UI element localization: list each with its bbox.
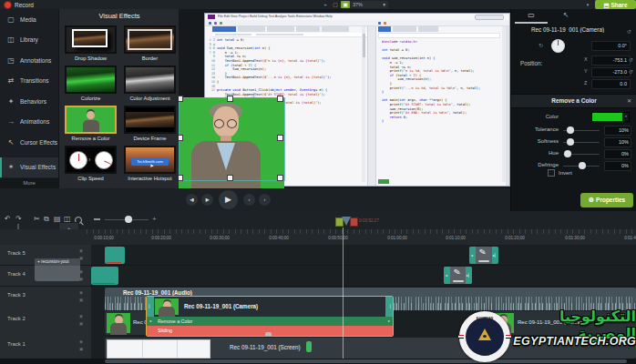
sidebar-item-label: Visual Effects: [20, 164, 56, 170]
track-lane-track-5[interactable]: [91, 245, 636, 266]
play-button[interactable]: ▶: [219, 190, 238, 209]
lock-toggle-icon[interactable]: ▣: [79, 321, 85, 326]
reset-all-icon[interactable]: ↺: [627, 28, 631, 35]
select-tool-icon[interactable]: ▢: [331, 1, 340, 8]
position-x-field[interactable]: -753.1: [591, 56, 631, 66]
effect-clip-speed[interactable]: ›Clip Speed: [65, 146, 117, 181]
sidebar-item-more[interactable]: More: [0, 178, 58, 188]
close-icon[interactable]: ✕: [627, 97, 631, 104]
sidebar-item-cursor-effects[interactable]: ↖Cursor Effects: [0, 132, 58, 153]
vs-breadcrumb-right: [378, 33, 500, 38]
resize-handle[interactable]: [227, 175, 233, 181]
step-forward-button[interactable]: ▮▸: [201, 194, 213, 206]
eye-toggle-icon[interactable]: ◉: [79, 290, 85, 295]
copy-icon[interactable]: ⧉: [44, 215, 49, 224]
resize-handle[interactable]: [179, 135, 183, 141]
clip-track5-annotation[interactable]: ▸✎▸▏: [469, 247, 498, 264]
effect-border[interactable]: Border: [124, 25, 176, 61]
next-clip-button[interactable]: ›: [259, 194, 271, 206]
clip-camera-left[interactable]: Rec 09-: [105, 311, 147, 335]
eye-toggle-icon[interactable]: ◉: [79, 339, 85, 344]
track-lane-track-4[interactable]: [91, 266, 636, 287]
resize-handle[interactable]: [277, 175, 283, 181]
cut-icon[interactable]: ✂: [34, 215, 40, 223]
behavior-handle[interactable]: [265, 332, 272, 336]
sidebar-item-animations[interactable]: →Animations: [0, 112, 58, 133]
share-button[interactable]: ⬒ Share: [595, 0, 636, 9]
player-bar: ◂▮ ▮▸ ▶ ‹ › 00:52 / 02:53 30fps: [0, 188, 510, 211]
trim-handle-left[interactable]: ▏: [147, 297, 154, 317]
timeline-ruler[interactable]: 0:00:10;000:00:20;000:00:30;000:00:40;00…: [0, 229, 636, 246]
lock-toggle-icon[interactable]: ▣: [79, 347, 85, 351]
step-back-button[interactable]: ◂▮: [186, 194, 198, 206]
clip-track4-annotation[interactable]: ▸✎▸▏: [444, 267, 472, 284]
undo-icon[interactable]: ↶: [5, 215, 11, 223]
slider-value[interactable]: 10%: [604, 126, 631, 136]
sidebar-item-media[interactable]: ▢Media: [0, 9, 58, 30]
position-z-field[interactable]: 0.0: [591, 79, 631, 89]
selection-bounding-box[interactable]: [179, 97, 285, 181]
playhead-out-handle[interactable]: [350, 217, 358, 227]
playhead-head[interactable]: [342, 217, 351, 226]
playhead-line[interactable]: [343, 228, 344, 359]
resize-handle[interactable]: [227, 96, 233, 102]
reset-icon[interactable]: ↺: [629, 56, 633, 63]
clip-track4-camera-short[interactable]: [91, 267, 118, 285]
effect-bar-remove-a-color[interactable]: ◂ Remove a Color ▸: [147, 317, 393, 326]
previous-clip-button[interactable]: ‹: [243, 194, 255, 206]
green-marker-icon[interactable]: [306, 341, 312, 352]
crop-tool-icon[interactable]: ▣: [341, 1, 350, 8]
lock-toggle-icon[interactable]: ▣: [79, 298, 85, 302]
effect-drop-shadow[interactable]: Drop Shadow: [65, 25, 117, 61]
resize-handle[interactable]: [179, 96, 183, 102]
tab-effects[interactable]: ↖: [549, 9, 582, 22]
resize-handle[interactable]: [277, 96, 283, 102]
slider-value[interactable]: 10%: [604, 137, 631, 147]
slider-handle[interactable]: [567, 126, 574, 134]
trim-handle-right[interactable]: ▕: [385, 297, 393, 317]
resize-handle[interactable]: [179, 175, 183, 181]
slider-handle[interactable]: [564, 150, 571, 157]
eye-toggle-icon[interactable]: ◉: [79, 314, 85, 318]
sidebar-item-visual-effects[interactable]: ✶Visual Effects: [0, 157, 58, 178]
slider-value[interactable]: 0%: [604, 161, 631, 171]
zoom-out-button[interactable]: [94, 218, 100, 220]
effect-interactive-hotspot[interactable]: TechSmith.com➤Interactive Hotspot: [124, 146, 176, 181]
ruler-timestamp: 0:00:10;00: [94, 236, 114, 240]
slider-value[interactable]: 0%: [604, 149, 631, 159]
sidebar-item-annotations[interactable]: ◳Annotations: [0, 50, 58, 71]
record-button[interactable]: Record: [4, 1, 34, 9]
color-swatch[interactable]: [591, 112, 624, 122]
share-options-caret[interactable]: ▾: [583, 1, 592, 8]
clip-group-recursion[interactable]: + recursion-yout: [35, 258, 80, 281]
slider-handle[interactable]: [567, 138, 574, 146]
color-label: Color: [511, 114, 559, 119]
effect-device-frame[interactable]: Device Frame: [124, 106, 176, 141]
resize-handle[interactable]: [277, 135, 283, 141]
clip-track5-camera-short[interactable]: [105, 247, 125, 264]
canvas-zoom-dropdown[interactable]: 37%▾: [350, 1, 388, 8]
rotation-field[interactable]: 0.0°: [591, 41, 631, 51]
preview-canvas[interactable]: File Edit View Project Build Debug Test …: [179, 9, 510, 188]
reset-icon[interactable]: ↺: [629, 68, 633, 75]
zoom-in-button[interactable]: +: [152, 215, 157, 223]
sidebar-item-library[interactable]: ◫Library: [0, 30, 58, 51]
invert-checkbox[interactable]: [548, 169, 555, 177]
eye-toggle-icon[interactable]: ◉: [79, 248, 85, 253]
sidebar-item-behaviors[interactable]: ✦Behaviors: [0, 91, 58, 112]
behavior-bar-sliding[interactable]: Sliding: [147, 326, 393, 336]
pan-tool-icon[interactable]: +: [321, 1, 330, 8]
position-y-field[interactable]: -273.0: [591, 67, 631, 77]
rotation-dial[interactable]: [551, 39, 565, 53]
properties-button[interactable]: ⚙Properties: [580, 193, 633, 207]
clip-camera-selected[interactable]: ▏ ▕ Rec 09-11-19_001 (Camera) ◂ Remove a…: [146, 296, 394, 337]
sidebar-item-transitions[interactable]: ⇄Transitions: [0, 71, 58, 92]
effect-remove-a-color[interactable]: Remove a Color: [65, 106, 117, 141]
effect-color-adjustment[interactable]: Color Adjustment: [124, 66, 176, 101]
effect-colorize[interactable]: Colorize: [65, 66, 117, 101]
redo-icon[interactable]: ↷: [15, 215, 22, 223]
timeline-zoom-handle[interactable]: [125, 216, 132, 223]
swatch-caret-icon[interactable]: ▾: [622, 112, 630, 122]
slider-handle[interactable]: [579, 162, 586, 169]
tab-visual-properties[interactable]: ▭: [515, 9, 548, 24]
